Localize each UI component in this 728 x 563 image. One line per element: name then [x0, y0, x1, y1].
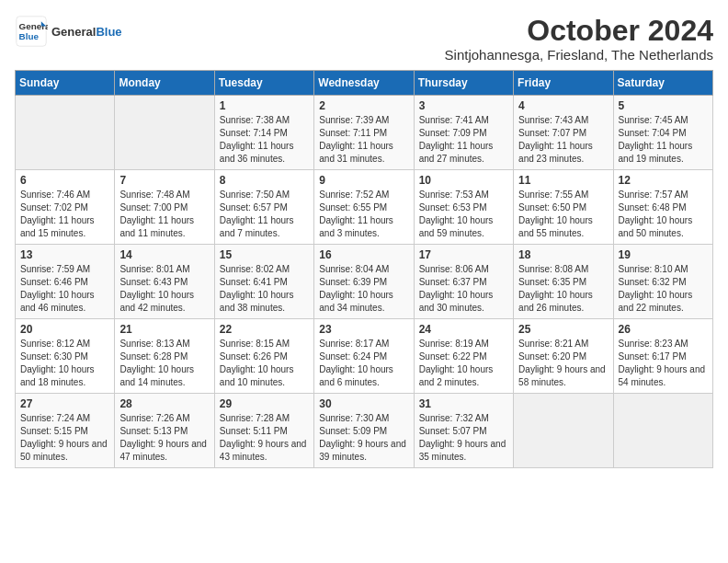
day-number: 11 — [518, 174, 608, 187]
calendar-title-block: October 2024 Sintjohannesga, Friesland, … — [445, 15, 713, 63]
day-info: Sunrise: 8:08 AM Sunset: 6:35 PM Dayligh… — [518, 263, 608, 315]
day-cell — [613, 394, 712, 468]
week-row-1: 1Sunrise: 7:38 AM Sunset: 7:14 PM Daylig… — [16, 96, 713, 170]
day-cell: 20Sunrise: 8:12 AM Sunset: 6:30 PM Dayli… — [16, 319, 115, 394]
day-number: 15 — [220, 248, 309, 261]
day-info: Sunrise: 8:04 AM Sunset: 6:39 PM Dayligh… — [319, 263, 408, 315]
day-number: 12 — [619, 174, 708, 187]
day-number: 25 — [518, 323, 608, 336]
day-info: Sunrise: 7:57 AM Sunset: 6:48 PM Dayligh… — [619, 189, 708, 240]
day-info: Sunrise: 8:02 AM Sunset: 6:41 PM Dayligh… — [220, 263, 309, 315]
day-info: Sunrise: 8:17 AM Sunset: 6:24 PM Dayligh… — [319, 338, 408, 389]
day-number: 18 — [518, 248, 608, 261]
day-cell: 4Sunrise: 7:43 AM Sunset: 7:07 PM Daylig… — [514, 96, 613, 170]
day-cell: 27Sunrise: 7:24 AM Sunset: 5:15 PM Dayli… — [16, 394, 115, 468]
week-row-3: 13Sunrise: 7:59 AM Sunset: 6:46 PM Dayli… — [16, 245, 713, 319]
day-number: 21 — [119, 323, 209, 336]
day-cell: 30Sunrise: 7:30 AM Sunset: 5:09 PM Dayli… — [314, 394, 414, 468]
day-cell: 7Sunrise: 7:48 AM Sunset: 7:00 PM Daylig… — [115, 170, 214, 245]
weekday-header-monday: Monday — [115, 71, 214, 96]
week-row-2: 6Sunrise: 7:46 AM Sunset: 7:02 PM Daylig… — [16, 170, 713, 245]
logo: General Blue GeneralBlue — [15, 15, 122, 48]
day-number: 16 — [319, 248, 408, 261]
day-info: Sunrise: 7:28 AM Sunset: 5:11 PM Dayligh… — [220, 412, 309, 464]
weekday-header-friday: Friday — [514, 71, 613, 96]
weekday-header-wednesday: Wednesday — [314, 71, 414, 96]
day-cell: 28Sunrise: 7:26 AM Sunset: 5:13 PM Dayli… — [115, 394, 214, 468]
day-number: 26 — [619, 323, 708, 336]
day-info: Sunrise: 8:23 AM Sunset: 6:17 PM Dayligh… — [619, 338, 708, 389]
day-info: Sunrise: 7:26 AM Sunset: 5:13 PM Dayligh… — [119, 412, 209, 464]
day-cell: 19Sunrise: 8:10 AM Sunset: 6:32 PM Dayli… — [613, 245, 712, 319]
day-info: Sunrise: 7:39 AM Sunset: 7:11 PM Dayligh… — [319, 114, 408, 166]
day-cell: 26Sunrise: 8:23 AM Sunset: 6:17 PM Dayli… — [613, 319, 712, 394]
day-number: 13 — [20, 248, 109, 261]
day-info: Sunrise: 7:55 AM Sunset: 6:50 PM Dayligh… — [518, 189, 608, 240]
weekday-header-row: SundayMondayTuesdayWednesdayThursdayFrid… — [16, 71, 713, 96]
weekday-header-thursday: Thursday — [414, 71, 513, 96]
day-info: Sunrise: 7:43 AM Sunset: 7:07 PM Dayligh… — [518, 114, 608, 166]
week-row-5: 27Sunrise: 7:24 AM Sunset: 5:15 PM Dayli… — [16, 394, 713, 468]
day-cell — [514, 394, 613, 468]
weekday-header-saturday: Saturday — [613, 71, 712, 96]
day-info: Sunrise: 7:24 AM Sunset: 5:15 PM Dayligh… — [20, 412, 109, 464]
day-cell: 12Sunrise: 7:57 AM Sunset: 6:48 PM Dayli… — [613, 170, 712, 245]
day-info: Sunrise: 7:53 AM Sunset: 6:53 PM Dayligh… — [419, 189, 508, 240]
day-cell: 10Sunrise: 7:53 AM Sunset: 6:53 PM Dayli… — [414, 170, 513, 245]
day-info: Sunrise: 7:45 AM Sunset: 7:04 PM Dayligh… — [619, 114, 708, 166]
day-number: 9 — [319, 174, 408, 187]
day-number: 5 — [619, 99, 708, 112]
day-number: 22 — [220, 323, 309, 336]
day-cell: 11Sunrise: 7:55 AM Sunset: 6:50 PM Dayli… — [514, 170, 613, 245]
day-info: Sunrise: 7:38 AM Sunset: 7:14 PM Dayligh… — [220, 114, 309, 166]
day-cell: 31Sunrise: 7:32 AM Sunset: 5:07 PM Dayli… — [414, 394, 513, 468]
day-cell: 15Sunrise: 8:02 AM Sunset: 6:41 PM Dayli… — [214, 245, 313, 319]
day-number: 30 — [319, 397, 408, 410]
svg-text:General: General — [19, 21, 49, 31]
day-cell: 9Sunrise: 7:52 AM Sunset: 6:55 PM Daylig… — [314, 170, 414, 245]
month-year-title: October 2024 — [445, 15, 713, 47]
day-info: Sunrise: 8:19 AM Sunset: 6:22 PM Dayligh… — [419, 338, 508, 389]
day-cell: 5Sunrise: 7:45 AM Sunset: 7:04 PM Daylig… — [613, 96, 712, 170]
week-row-4: 20Sunrise: 8:12 AM Sunset: 6:30 PM Dayli… — [16, 319, 713, 394]
day-info: Sunrise: 7:50 AM Sunset: 6:57 PM Dayligh… — [220, 189, 309, 240]
day-info: Sunrise: 8:15 AM Sunset: 6:26 PM Dayligh… — [220, 338, 309, 389]
day-number: 14 — [119, 248, 209, 261]
day-cell: 16Sunrise: 8:04 AM Sunset: 6:39 PM Dayli… — [314, 245, 414, 319]
day-info: Sunrise: 7:41 AM Sunset: 7:09 PM Dayligh… — [419, 114, 508, 166]
day-cell: 18Sunrise: 8:08 AM Sunset: 6:35 PM Dayli… — [514, 245, 613, 319]
day-cell: 2Sunrise: 7:39 AM Sunset: 7:11 PM Daylig… — [314, 96, 414, 170]
day-info: Sunrise: 8:12 AM Sunset: 6:30 PM Dayligh… — [20, 338, 109, 389]
day-number: 20 — [20, 323, 109, 336]
day-cell: 24Sunrise: 8:19 AM Sunset: 6:22 PM Dayli… — [414, 319, 513, 394]
day-cell: 23Sunrise: 8:17 AM Sunset: 6:24 PM Dayli… — [314, 319, 414, 394]
day-cell: 25Sunrise: 8:21 AM Sunset: 6:20 PM Dayli… — [514, 319, 613, 394]
day-info: Sunrise: 8:21 AM Sunset: 6:20 PM Dayligh… — [518, 338, 608, 389]
day-cell: 8Sunrise: 7:50 AM Sunset: 6:57 PM Daylig… — [214, 170, 313, 245]
day-number: 2 — [319, 99, 408, 112]
day-cell: 21Sunrise: 8:13 AM Sunset: 6:28 PM Dayli… — [115, 319, 214, 394]
page-header: General Blue GeneralBlue October 2024 Si… — [15, 15, 713, 63]
day-number: 27 — [20, 397, 109, 410]
day-info: Sunrise: 7:46 AM Sunset: 7:02 PM Dayligh… — [20, 189, 109, 240]
day-info: Sunrise: 7:59 AM Sunset: 6:46 PM Dayligh… — [20, 263, 109, 315]
day-cell — [16, 96, 115, 170]
day-cell: 13Sunrise: 7:59 AM Sunset: 6:46 PM Dayli… — [16, 245, 115, 319]
logo-text: GeneralBlue — [51, 25, 122, 39]
day-number: 1 — [220, 99, 309, 112]
day-cell: 3Sunrise: 7:41 AM Sunset: 7:09 PM Daylig… — [414, 96, 513, 170]
day-number: 23 — [319, 323, 408, 336]
day-info: Sunrise: 7:32 AM Sunset: 5:07 PM Dayligh… — [419, 412, 508, 464]
day-info: Sunrise: 8:01 AM Sunset: 6:43 PM Dayligh… — [119, 263, 209, 315]
logo-icon: General Blue — [15, 15, 48, 48]
day-info: Sunrise: 7:52 AM Sunset: 6:55 PM Dayligh… — [319, 189, 408, 240]
day-info: Sunrise: 7:48 AM Sunset: 7:00 PM Dayligh… — [119, 189, 209, 240]
day-cell: 22Sunrise: 8:15 AM Sunset: 6:26 PM Dayli… — [214, 319, 313, 394]
day-number: 4 — [518, 99, 608, 112]
day-cell: 14Sunrise: 8:01 AM Sunset: 6:43 PM Dayli… — [115, 245, 214, 319]
day-info: Sunrise: 7:30 AM Sunset: 5:09 PM Dayligh… — [319, 412, 408, 464]
location-subtitle: Sintjohannesga, Friesland, The Netherlan… — [445, 47, 713, 63]
day-cell — [115, 96, 214, 170]
day-number: 3 — [419, 99, 508, 112]
day-info: Sunrise: 8:10 AM Sunset: 6:32 PM Dayligh… — [619, 263, 708, 315]
